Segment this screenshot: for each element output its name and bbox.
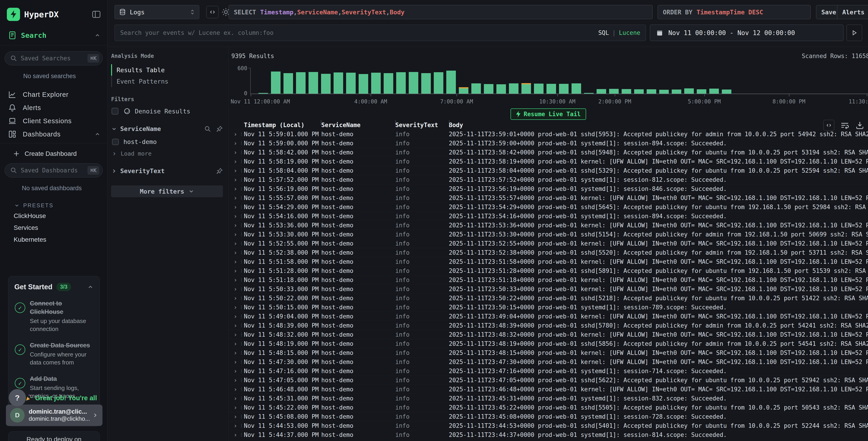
- wrap-lines-icon[interactable]: [840, 121, 849, 130]
- checkbox[interactable]: [112, 108, 118, 115]
- row-expand-chevron[interactable]: ›: [231, 313, 244, 320]
- row-expand-chevron[interactable]: ›: [231, 340, 244, 347]
- table-row[interactable]: › Nov 11 5:58:04.000 PM host-demo info 2…: [228, 166, 868, 175]
- histogram-bar[interactable]: [371, 73, 381, 94]
- saved-searches-input[interactable]: Saved Searches ⌘K: [5, 51, 103, 65]
- histogram-bar[interactable]: [571, 83, 581, 94]
- table-row[interactable]: › Nov 11 5:45:31.000 PM host-demo info 2…: [228, 393, 868, 403]
- create-dashboard-button[interactable]: Create Dashboard: [0, 143, 107, 157]
- presets-section-toggle[interactable]: PRESETS: [0, 194, 107, 210]
- row-expand-chevron[interactable]: ›: [231, 231, 244, 238]
- sidebar-item-alerts[interactable]: Alerts: [0, 101, 107, 114]
- date-range-picker[interactable]: Nov 11 00:00:00 - Nov 12 00:00:00: [650, 25, 843, 41]
- table-row[interactable]: › Nov 11 5:51:18.000 PM host-demo info 2…: [228, 275, 868, 284]
- row-expand-chevron[interactable]: ›: [231, 322, 244, 329]
- histogram-bar[interactable]: [496, 84, 506, 94]
- pin-icon[interactable]: [216, 168, 223, 175]
- histogram-bar[interactable]: [434, 72, 443, 94]
- select-clause-input[interactable]: SELECT Timestamp,ServiceName,SeverityTex…: [228, 5, 653, 19]
- collapse-sidebar-icon[interactable]: [92, 10, 101, 19]
- row-expand-chevron[interactable]: ›: [231, 295, 244, 302]
- row-expand-chevron[interactable]: ›: [231, 204, 244, 210]
- histogram-bar[interactable]: [484, 84, 493, 94]
- histogram-bar[interactable]: [521, 83, 531, 94]
- histogram-bar[interactable]: [509, 83, 519, 94]
- row-expand-chevron[interactable]: ›: [231, 158, 244, 165]
- table-row[interactable]: › Nov 11 5:49:04.000 PM host-demo info 2…: [228, 312, 868, 321]
- row-expand-chevron[interactable]: ›: [231, 222, 244, 229]
- sidebar-item-chart-explorer[interactable]: Chart Explorer: [0, 88, 107, 101]
- table-row[interactable]: › Nov 11 5:44:37.000 PM host-demo info 2…: [228, 430, 868, 439]
- histogram-bar[interactable]: [283, 73, 293, 94]
- histogram-bar[interactable]: [384, 73, 393, 94]
- histogram-bar[interactable]: [596, 89, 606, 94]
- table-row[interactable]: › Nov 11 5:53:30.000 PM host-demo info 2…: [228, 230, 868, 239]
- deploy-banner[interactable]: Ready to deploy on: [8, 432, 100, 441]
- histogram-bar[interactable]: [659, 90, 669, 94]
- chevron-down-icon[interactable]: [111, 126, 117, 132]
- sidebar-item-clickhouse[interactable]: ClickHouse: [0, 210, 107, 222]
- orderby-clause-input[interactable]: ORDER BY TimestampTime DESC: [658, 5, 811, 19]
- table-row[interactable]: › Nov 11 5:47:05.000 PM host-demo info 2…: [228, 375, 868, 384]
- column-resize-handle[interactable]: ⋮: [393, 122, 394, 128]
- row-expand-chevron[interactable]: ›: [231, 304, 244, 311]
- row-expand-chevron[interactable]: ›: [231, 249, 244, 256]
- lucene-toggle[interactable]: Lucene: [619, 29, 640, 36]
- histogram-bar[interactable]: [309, 72, 318, 94]
- row-expand-chevron[interactable]: ›: [231, 286, 244, 292]
- row-expand-chevron[interactable]: ›: [231, 432, 244, 438]
- column-body[interactable]: Body: [449, 122, 868, 128]
- histogram-bar[interactable]: [471, 83, 481, 94]
- histogram-bar[interactable]: [584, 93, 594, 94]
- table-row[interactable]: › Nov 11 5:52:55.000 PM host-demo info 2…: [228, 239, 868, 248]
- column-timestamp[interactable]: Timestamp (Local): [244, 122, 321, 128]
- sidebar-item-client-sessions[interactable]: Client Sessions: [0, 114, 107, 127]
- table-row[interactable]: › Nov 11 5:48:15.000 PM host-demo info 2…: [228, 348, 868, 357]
- table-row[interactable]: › Nov 11 5:48:39.000 PM host-demo info 2…: [228, 321, 868, 330]
- histogram-bar[interactable]: [559, 84, 568, 94]
- table-row[interactable]: › Nov 11 5:45:22.000 PM host-demo info 2…: [228, 403, 868, 412]
- sidebar-item-kubernetes[interactable]: Kubernetes: [0, 234, 107, 245]
- histogram-bar[interactable]: [534, 84, 544, 94]
- sidebar-item-services[interactable]: Services: [0, 222, 107, 234]
- checkbox[interactable]: [112, 139, 119, 145]
- resume-live-tail-button[interactable]: Resume Live Tail: [510, 109, 586, 120]
- column-resize-handle[interactable]: ⋮: [447, 122, 448, 128]
- table-row[interactable]: › Nov 11 5:56:19.000 PM host-demo info 2…: [228, 184, 868, 193]
- histogram-bar[interactable]: [321, 74, 331, 94]
- histogram-bar[interactable]: [609, 89, 619, 94]
- table-row[interactable]: › Nov 11 5:50:15.000 PM host-demo info 2…: [228, 302, 868, 312]
- table-row[interactable]: › Nov 11 5:59:00.000 PM host-demo info 2…: [228, 139, 868, 148]
- row-expand-chevron[interactable]: ›: [231, 240, 244, 247]
- histogram-bar[interactable]: [421, 73, 431, 94]
- table-row[interactable]: › Nov 11 5:52:38.000 PM host-demo info 2…: [228, 248, 868, 257]
- download-icon[interactable]: [855, 121, 864, 130]
- analysis-mode-event-patterns[interactable]: Event Patterns: [111, 76, 223, 87]
- row-expand-chevron[interactable]: ›: [231, 349, 244, 356]
- alerts-button[interactable]: Alerts: [837, 5, 868, 19]
- column-severitytext[interactable]: SeverityText: [395, 122, 449, 128]
- language-toggle[interactable]: SQL|Lucene: [598, 29, 640, 36]
- get-started-item[interactable]: ✓ Create Data Sources Configure where yo…: [14, 341, 94, 366]
- histogram-bar[interactable]: [396, 72, 406, 94]
- table-row[interactable]: › Nov 11 5:54:29.000 PM host-demo info 2…: [228, 202, 868, 211]
- table-row[interactable]: › Nov 11 5:45:08.000 PM host-demo info 2…: [228, 412, 868, 421]
- histogram-bar[interactable]: [258, 93, 268, 94]
- sidebar-item-search[interactable]: Search: [0, 27, 107, 45]
- help-button[interactable]: ?: [9, 389, 26, 406]
- row-expand-chevron[interactable]: ›: [231, 213, 244, 219]
- row-expand-chevron[interactable]: ›: [231, 377, 244, 384]
- histogram-bar[interactable]: [296, 72, 306, 94]
- column-resize-handle[interactable]: ⋮: [318, 122, 320, 128]
- row-expand-chevron[interactable]: ›: [231, 413, 244, 420]
- get-started-item[interactable]: ✓ Connect to ClickHouse Set up your data…: [14, 299, 94, 333]
- row-expand-chevron[interactable]: ›: [231, 267, 244, 274]
- filter-group-severitytext[interactable]: SeverityText: [111, 168, 223, 175]
- column-servicename[interactable]: ServiceName: [321, 122, 395, 128]
- row-expand-chevron[interactable]: ›: [231, 368, 244, 375]
- table-row[interactable]: › Nov 11 5:59:01.000 PM host-demo info 2…: [228, 129, 868, 139]
- search-icon[interactable]: [204, 125, 211, 133]
- sidebar-item-dashboards[interactable]: Dashboards: [0, 127, 107, 141]
- analysis-mode-results-table[interactable]: Results Table: [111, 64, 223, 76]
- histogram-bar[interactable]: [446, 70, 456, 94]
